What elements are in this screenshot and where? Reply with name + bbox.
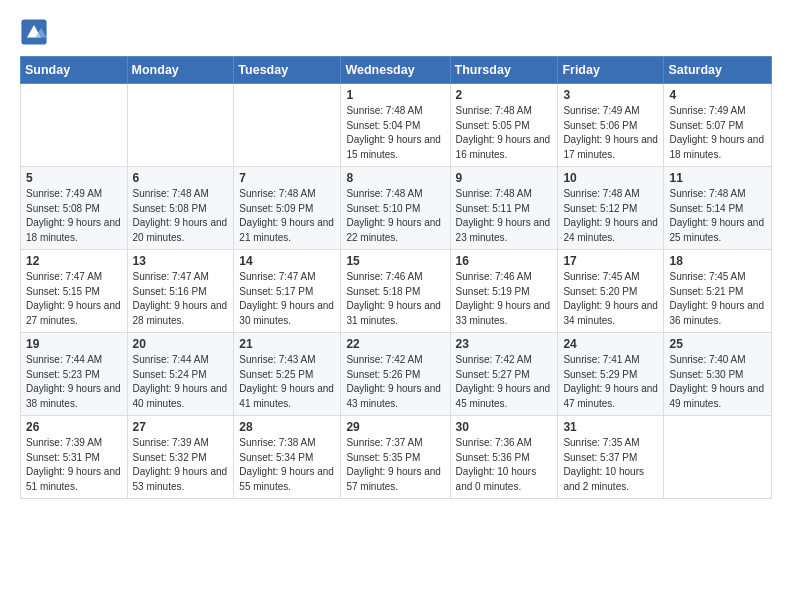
day-number: 16 — [456, 254, 553, 268]
daylight-text: Daylight: 9 hours and 15 minutes. — [346, 134, 441, 160]
daylight-text: Daylight: 9 hours and 21 minutes. — [239, 217, 334, 243]
weekday-header-saturday: Saturday — [664, 57, 772, 84]
sunset-text: Sunset: 5:18 PM — [346, 286, 420, 297]
sunset-text: Sunset: 5:15 PM — [26, 286, 100, 297]
sunrise-text: Sunrise: 7:46 AM — [456, 271, 532, 282]
day-info: Sunrise: 7:36 AMSunset: 5:36 PMDaylight:… — [456, 436, 553, 494]
day-number: 4 — [669, 88, 766, 102]
daylight-text: Daylight: 9 hours and 45 minutes. — [456, 383, 551, 409]
sunset-text: Sunset: 5:31 PM — [26, 452, 100, 463]
day-number: 24 — [563, 337, 658, 351]
sunset-text: Sunset: 5:21 PM — [669, 286, 743, 297]
day-info: Sunrise: 7:48 AMSunset: 5:05 PMDaylight:… — [456, 104, 553, 162]
sunrise-text: Sunrise: 7:41 AM — [563, 354, 639, 365]
sunset-text: Sunset: 5:17 PM — [239, 286, 313, 297]
sunset-text: Sunset: 5:14 PM — [669, 203, 743, 214]
daylight-text: Daylight: 9 hours and 27 minutes. — [26, 300, 121, 326]
daylight-text: Daylight: 10 hours and 2 minutes. — [563, 466, 644, 492]
day-info: Sunrise: 7:44 AMSunset: 5:24 PMDaylight:… — [133, 353, 229, 411]
page: SundayMondayTuesdayWednesdayThursdayFrid… — [0, 0, 792, 511]
daylight-text: Daylight: 9 hours and 23 minutes. — [456, 217, 551, 243]
sunset-text: Sunset: 5:29 PM — [563, 369, 637, 380]
header — [20, 18, 772, 46]
daylight-text: Daylight: 9 hours and 33 minutes. — [456, 300, 551, 326]
day-info: Sunrise: 7:41 AMSunset: 5:29 PMDaylight:… — [563, 353, 658, 411]
day-info: Sunrise: 7:48 AMSunset: 5:04 PMDaylight:… — [346, 104, 444, 162]
daylight-text: Daylight: 9 hours and 30 minutes. — [239, 300, 334, 326]
calendar-day-30: 30Sunrise: 7:36 AMSunset: 5:36 PMDayligh… — [450, 416, 558, 499]
calendar-day-16: 16Sunrise: 7:46 AMSunset: 5:19 PMDayligh… — [450, 250, 558, 333]
daylight-text: Daylight: 9 hours and 43 minutes. — [346, 383, 441, 409]
sunset-text: Sunset: 5:37 PM — [563, 452, 637, 463]
empty-day-cell — [664, 416, 772, 499]
calendar-day-18: 18Sunrise: 7:45 AMSunset: 5:21 PMDayligh… — [664, 250, 772, 333]
daylight-text: Daylight: 9 hours and 18 minutes. — [669, 134, 764, 160]
day-number: 13 — [133, 254, 229, 268]
calendar-day-26: 26Sunrise: 7:39 AMSunset: 5:31 PMDayligh… — [21, 416, 128, 499]
sunrise-text: Sunrise: 7:44 AM — [133, 354, 209, 365]
day-number: 2 — [456, 88, 553, 102]
day-number: 21 — [239, 337, 335, 351]
calendar-table: SundayMondayTuesdayWednesdayThursdayFrid… — [20, 56, 772, 499]
calendar-day-5: 5Sunrise: 7:49 AMSunset: 5:08 PMDaylight… — [21, 167, 128, 250]
day-info: Sunrise: 7:39 AMSunset: 5:32 PMDaylight:… — [133, 436, 229, 494]
logo-icon — [20, 18, 48, 46]
day-info: Sunrise: 7:35 AMSunset: 5:37 PMDaylight:… — [563, 436, 658, 494]
day-number: 17 — [563, 254, 658, 268]
day-number: 15 — [346, 254, 444, 268]
sunrise-text: Sunrise: 7:38 AM — [239, 437, 315, 448]
sunrise-text: Sunrise: 7:48 AM — [133, 188, 209, 199]
sunrise-text: Sunrise: 7:40 AM — [669, 354, 745, 365]
day-number: 5 — [26, 171, 122, 185]
daylight-text: Daylight: 9 hours and 34 minutes. — [563, 300, 658, 326]
calendar-day-19: 19Sunrise: 7:44 AMSunset: 5:23 PMDayligh… — [21, 333, 128, 416]
daylight-text: Daylight: 9 hours and 47 minutes. — [563, 383, 658, 409]
day-number: 11 — [669, 171, 766, 185]
sunrise-text: Sunrise: 7:47 AM — [239, 271, 315, 282]
sunset-text: Sunset: 5:04 PM — [346, 120, 420, 131]
calendar-day-6: 6Sunrise: 7:48 AMSunset: 5:08 PMDaylight… — [127, 167, 234, 250]
calendar-day-2: 2Sunrise: 7:48 AMSunset: 5:05 PMDaylight… — [450, 84, 558, 167]
daylight-text: Daylight: 9 hours and 16 minutes. — [456, 134, 551, 160]
day-info: Sunrise: 7:47 AMSunset: 5:15 PMDaylight:… — [26, 270, 122, 328]
sunrise-text: Sunrise: 7:36 AM — [456, 437, 532, 448]
sunrise-text: Sunrise: 7:48 AM — [563, 188, 639, 199]
calendar-day-21: 21Sunrise: 7:43 AMSunset: 5:25 PMDayligh… — [234, 333, 341, 416]
day-info: Sunrise: 7:42 AMSunset: 5:27 PMDaylight:… — [456, 353, 553, 411]
day-number: 1 — [346, 88, 444, 102]
day-info: Sunrise: 7:47 AMSunset: 5:16 PMDaylight:… — [133, 270, 229, 328]
daylight-text: Daylight: 9 hours and 41 minutes. — [239, 383, 334, 409]
day-info: Sunrise: 7:38 AMSunset: 5:34 PMDaylight:… — [239, 436, 335, 494]
day-number: 26 — [26, 420, 122, 434]
calendar-day-29: 29Sunrise: 7:37 AMSunset: 5:35 PMDayligh… — [341, 416, 450, 499]
day-info: Sunrise: 7:46 AMSunset: 5:19 PMDaylight:… — [456, 270, 553, 328]
day-info: Sunrise: 7:40 AMSunset: 5:30 PMDaylight:… — [669, 353, 766, 411]
calendar-day-25: 25Sunrise: 7:40 AMSunset: 5:30 PMDayligh… — [664, 333, 772, 416]
day-number: 3 — [563, 88, 658, 102]
weekday-header-row: SundayMondayTuesdayWednesdayThursdayFrid… — [21, 57, 772, 84]
day-info: Sunrise: 7:48 AMSunset: 5:08 PMDaylight:… — [133, 187, 229, 245]
sunrise-text: Sunrise: 7:39 AM — [26, 437, 102, 448]
day-info: Sunrise: 7:39 AMSunset: 5:31 PMDaylight:… — [26, 436, 122, 494]
sunrise-text: Sunrise: 7:42 AM — [456, 354, 532, 365]
logo — [20, 18, 52, 46]
sunset-text: Sunset: 5:23 PM — [26, 369, 100, 380]
day-info: Sunrise: 7:45 AMSunset: 5:20 PMDaylight:… — [563, 270, 658, 328]
day-info: Sunrise: 7:49 AMSunset: 5:07 PMDaylight:… — [669, 104, 766, 162]
calendar-day-31: 31Sunrise: 7:35 AMSunset: 5:37 PMDayligh… — [558, 416, 664, 499]
sunset-text: Sunset: 5:12 PM — [563, 203, 637, 214]
weekday-header-friday: Friday — [558, 57, 664, 84]
sunset-text: Sunset: 5:16 PM — [133, 286, 207, 297]
calendar-day-23: 23Sunrise: 7:42 AMSunset: 5:27 PMDayligh… — [450, 333, 558, 416]
calendar-day-27: 27Sunrise: 7:39 AMSunset: 5:32 PMDayligh… — [127, 416, 234, 499]
sunrise-text: Sunrise: 7:44 AM — [26, 354, 102, 365]
day-info: Sunrise: 7:46 AMSunset: 5:18 PMDaylight:… — [346, 270, 444, 328]
sunrise-text: Sunrise: 7:35 AM — [563, 437, 639, 448]
day-info: Sunrise: 7:48 AMSunset: 5:12 PMDaylight:… — [563, 187, 658, 245]
sunset-text: Sunset: 5:05 PM — [456, 120, 530, 131]
sunrise-text: Sunrise: 7:42 AM — [346, 354, 422, 365]
day-number: 31 — [563, 420, 658, 434]
day-info: Sunrise: 7:47 AMSunset: 5:17 PMDaylight:… — [239, 270, 335, 328]
day-number: 29 — [346, 420, 444, 434]
calendar-day-20: 20Sunrise: 7:44 AMSunset: 5:24 PMDayligh… — [127, 333, 234, 416]
